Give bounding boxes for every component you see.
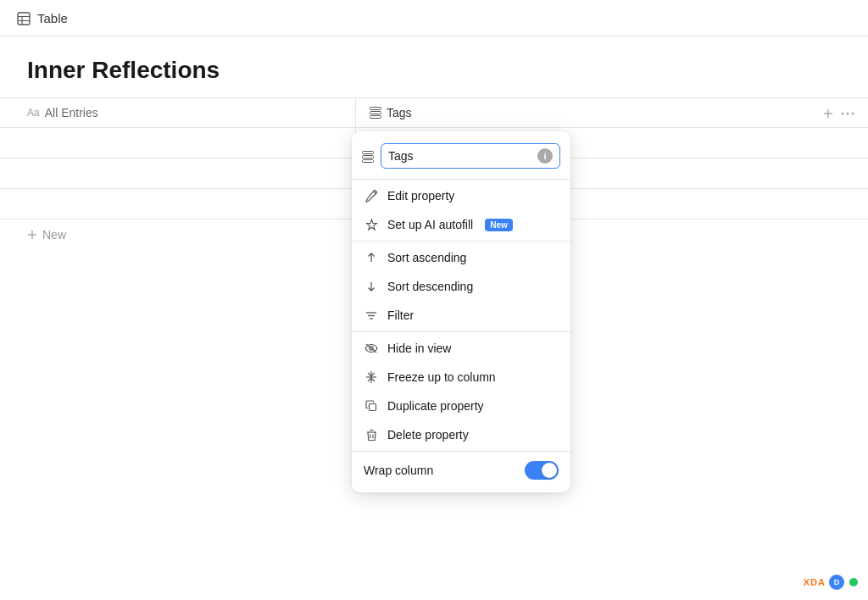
edit-property-label: Edit property [387, 189, 454, 203]
filter-icon [364, 309, 379, 321]
ai-autofill-label: Set up AI autofill [387, 218, 473, 231]
table-icon [17, 10, 31, 25]
col-tags-label: Tags [387, 106, 412, 119]
hide-in-view-label: Hide in view [387, 342, 451, 355]
svg-rect-0 [18, 13, 30, 25]
plus-icon [27, 230, 37, 240]
xda-badge: XDA D [804, 575, 858, 590]
menu-input-row: Tags i [352, 136, 570, 177]
ai-icon [364, 219, 379, 231]
col-tags[interactable]: Tags [356, 98, 868, 127]
svg-rect-26 [370, 404, 376, 411]
svg-point-11 [852, 112, 854, 114]
svg-line-17 [374, 192, 376, 194]
sort-desc-icon [364, 281, 379, 292]
sort-asc-icon [364, 252, 379, 264]
svg-rect-15 [363, 156, 374, 158]
svg-point-10 [847, 112, 849, 114]
duplicate-icon [364, 400, 379, 412]
table-header: Aa All Entries Tags [0, 97, 868, 128]
col-entries-label: All Entries [45, 106, 98, 119]
svg-rect-5 [370, 112, 381, 114]
top-bar-title: Table [37, 11, 68, 25]
wrap-column-row: Wrap column [352, 453, 570, 487]
menu-item-ai-autofill[interactable]: Set up AI autofill New [352, 210, 570, 239]
sort-desc-label: Sort descending [387, 280, 473, 293]
toggle-knob [542, 463, 557, 478]
new-row-label: New [42, 228, 66, 242]
top-bar: Table [0, 0, 868, 36]
svg-point-9 [842, 112, 844, 114]
svg-rect-14 [363, 152, 374, 154]
hide-icon [364, 343, 379, 353]
duplicate-label: Duplicate property [387, 399, 484, 413]
edit-icon [364, 190, 379, 203]
menu-item-filter[interactable]: Filter [352, 301, 570, 330]
wrap-column-label: Wrap column [364, 464, 433, 477]
cell-left [0, 189, 356, 219]
divider-1 [352, 179, 570, 180]
divider-3 [352, 331, 570, 332]
menu-item-edit-property[interactable]: Edit property [352, 181, 570, 210]
freeze-label: Freeze up to column [387, 370, 496, 384]
menu-item-sort-ascending[interactable]: Sort ascending [352, 243, 570, 272]
xda-circle-letter: D [834, 578, 840, 586]
sort-asc-label: Sort ascending [387, 251, 466, 264]
menu-item-delete[interactable]: Delete property [352, 420, 570, 449]
svg-rect-4 [370, 108, 381, 110]
new-badge: New [485, 219, 513, 231]
menu-tags-icon [362, 149, 374, 163]
info-icon[interactable]: i [537, 148, 553, 164]
menu-item-duplicate[interactable]: Duplicate property [352, 392, 570, 420]
svg-rect-6 [370, 116, 381, 119]
col-entries: Aa All Entries [0, 98, 356, 127]
tags-icon [370, 107, 381, 119]
divider-2 [352, 241, 570, 242]
dropdown-menu: Tags i Edit property Set up AI autofill … [352, 131, 570, 492]
menu-item-hide-in-view[interactable]: Hide in view [352, 334, 570, 363]
menu-item-sort-descending[interactable]: Sort descending [352, 272, 570, 301]
menu-item-freeze[interactable]: Freeze up to column [352, 363, 570, 392]
svg-rect-16 [363, 160, 374, 163]
xda-circle: D [829, 575, 844, 590]
filter-label: Filter [387, 308, 414, 322]
divider-4 [352, 451, 570, 452]
xda-logo-text: XDA [804, 577, 826, 587]
cell-left [0, 158, 356, 188]
column-name-value: Tags [388, 149, 414, 163]
xda-green-dot [849, 578, 858, 586]
text-type-icon: Aa [27, 107, 40, 119]
delete-icon [364, 429, 379, 442]
freeze-icon [364, 370, 379, 384]
column-name-input[interactable]: Tags i [381, 143, 560, 169]
delete-label: Delete property [387, 428, 469, 442]
cell-left [0, 128, 356, 158]
col-tags-actions [822, 105, 854, 120]
page-title: Inner Reflections [0, 36, 868, 97]
add-column-icon[interactable] [822, 105, 834, 120]
wrap-column-toggle[interactable] [525, 461, 559, 480]
more-options-icon[interactable] [841, 105, 854, 120]
